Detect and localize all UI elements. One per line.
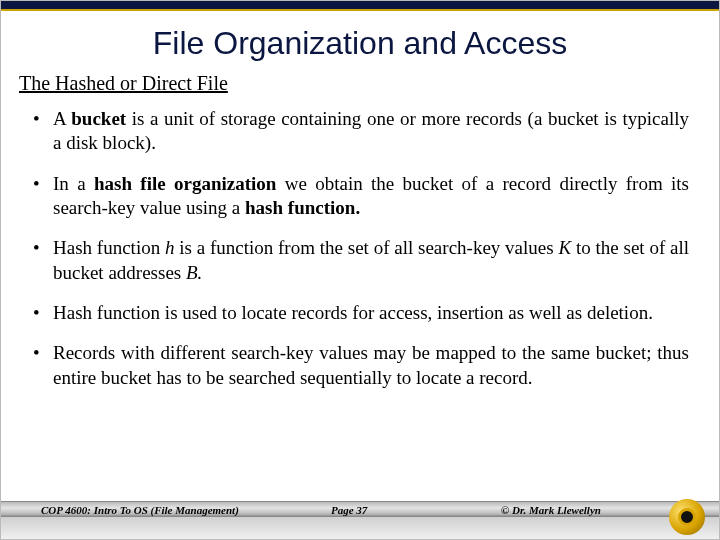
- logo-inner: [678, 508, 696, 526]
- slide-subtitle: The Hashed or Direct File: [1, 68, 719, 103]
- bullet-item: Hash function h is a function from the s…: [31, 236, 689, 285]
- italic-text: K: [558, 237, 571, 258]
- footer-base: [1, 517, 719, 539]
- italic-text: B.: [186, 262, 202, 283]
- text: is a unit of storage containing one or m…: [53, 108, 689, 153]
- text: is a function from the set of all search…: [174, 237, 558, 258]
- bold-text: hash function.: [245, 197, 360, 218]
- footer-bar: COP 4600: Intro To OS (File Management) …: [1, 501, 719, 517]
- bullet-item: Hash function is used to locate records …: [31, 301, 689, 325]
- bullet-item: A bucket is a unit of storage containing…: [31, 107, 689, 156]
- text: A: [53, 108, 71, 129]
- slide-title: File Organization and Access: [1, 11, 719, 68]
- university-logo-icon: [669, 499, 705, 535]
- text: Hash function is used to locate records …: [53, 302, 653, 323]
- footer-course: COP 4600: Intro To OS (File Management): [1, 504, 301, 516]
- text: Hash function: [53, 237, 165, 258]
- top-bar: [1, 1, 719, 9]
- text: Records with different search-key values…: [53, 342, 689, 387]
- slide: File Organization and Access The Hashed …: [0, 0, 720, 540]
- text: In a: [53, 173, 94, 194]
- content-area: A bucket is a unit of storage containing…: [1, 103, 719, 501]
- bold-text: bucket: [71, 108, 126, 129]
- bold-text: hash file organization: [94, 173, 276, 194]
- bullet-item: Records with different search-key values…: [31, 341, 689, 390]
- footer-page: Page 37: [301, 504, 481, 516]
- footer: COP 4600: Intro To OS (File Management) …: [1, 501, 719, 539]
- bullet-list: A bucket is a unit of storage containing…: [31, 107, 689, 390]
- bullet-item: In a hash file organization we obtain th…: [31, 172, 689, 221]
